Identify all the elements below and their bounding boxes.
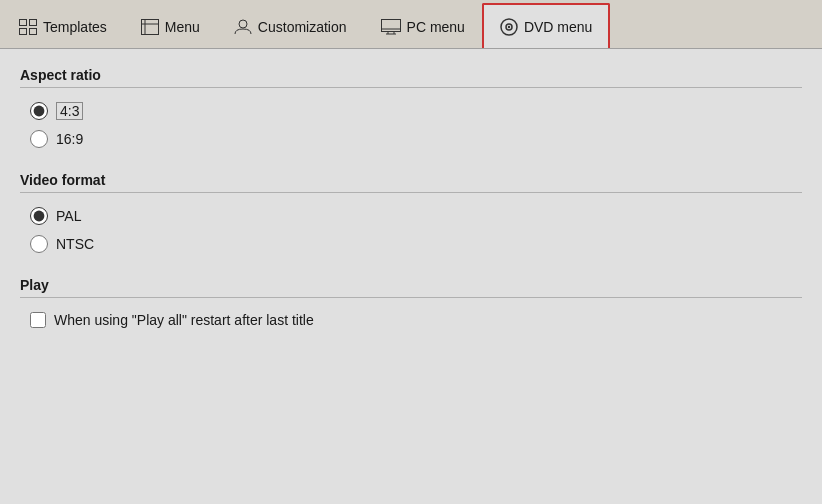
- play-body: When using "Play all" restart after last…: [20, 304, 802, 332]
- aspect-ratio-body: 4:3 16:9: [20, 94, 802, 152]
- menu-icon: [141, 19, 159, 35]
- grid-icon: [19, 19, 37, 35]
- person-icon: [234, 19, 252, 35]
- svg-rect-0: [20, 19, 27, 25]
- svg-rect-1: [30, 19, 37, 25]
- svg-point-15: [508, 25, 510, 27]
- tab-customization-label: Customization: [258, 19, 347, 35]
- video-format-ntsc-row[interactable]: NTSC: [30, 235, 802, 253]
- aspect-ratio-4-3-label: 4:3: [56, 102, 83, 120]
- play-restart-label: When using "Play all" restart after last…: [54, 312, 314, 328]
- aspect-ratio-header: Aspect ratio: [20, 67, 802, 88]
- tab-customization[interactable]: Customization: [217, 4, 364, 48]
- video-format-header: Video format: [20, 172, 802, 193]
- aspect-ratio-section: Aspect ratio 4:3 16:9: [20, 67, 802, 152]
- aspect-ratio-16-9-row[interactable]: 16:9: [30, 130, 802, 148]
- main-content: Aspect ratio 4:3 16:9 Video format PAL N…: [0, 49, 822, 370]
- video-format-pal-row[interactable]: PAL: [30, 207, 802, 225]
- monitor-icon: [381, 19, 401, 35]
- video-format-ntsc-radio[interactable]: [30, 235, 48, 253]
- svg-rect-4: [141, 19, 158, 34]
- svg-rect-2: [20, 28, 27, 34]
- video-format-section: Video format PAL NTSC: [20, 172, 802, 257]
- tab-menu-label: Menu: [165, 19, 200, 35]
- aspect-ratio-4-3-radio[interactable]: [30, 102, 48, 120]
- svg-rect-3: [30, 28, 37, 34]
- tab-pc-menu[interactable]: PC menu: [364, 4, 482, 48]
- video-format-body: PAL NTSC: [20, 199, 802, 257]
- video-format-ntsc-label: NTSC: [56, 236, 94, 252]
- play-restart-checkbox[interactable]: [30, 312, 46, 328]
- tab-bar: Templates Menu Customization PC menu: [0, 0, 822, 49]
- play-restart-row[interactable]: When using "Play all" restart after last…: [30, 312, 802, 328]
- video-format-pal-radio[interactable]: [30, 207, 48, 225]
- tab-dvd-menu-label: DVD menu: [524, 19, 592, 35]
- tab-dvd-menu[interactable]: DVD menu: [482, 3, 610, 48]
- aspect-ratio-16-9-radio[interactable]: [30, 130, 48, 148]
- play-header: Play: [20, 277, 802, 298]
- dvd-icon: [500, 18, 518, 36]
- aspect-ratio-4-3-row[interactable]: 4:3: [30, 102, 802, 120]
- aspect-ratio-16-9-label: 16:9: [56, 131, 83, 147]
- video-format-pal-label: PAL: [56, 208, 81, 224]
- svg-point-7: [239, 20, 247, 28]
- tab-pc-menu-label: PC menu: [407, 19, 465, 35]
- play-section: Play When using "Play all" restart after…: [20, 277, 802, 332]
- tab-menu[interactable]: Menu: [124, 4, 217, 48]
- tab-templates[interactable]: Templates: [2, 4, 124, 48]
- tab-templates-label: Templates: [43, 19, 107, 35]
- svg-rect-8: [381, 19, 400, 31]
